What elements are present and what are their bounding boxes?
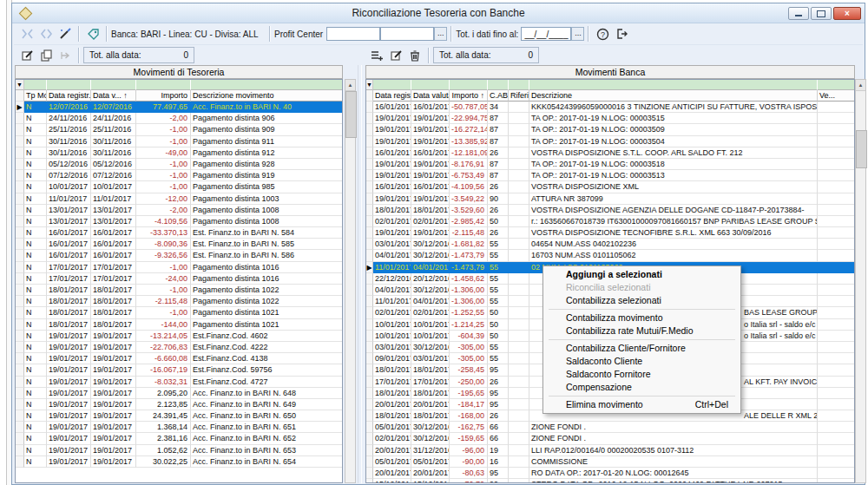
filter-cell[interactable]: [529, 80, 818, 90]
help-icon[interactable]: ?: [593, 25, 612, 43]
filter-corner-cell[interactable]: ▼: [366, 80, 373, 90]
column-header[interactable]: Tp Mov: [24, 90, 47, 102]
table-row[interactable]: N13/01/201713/01/2017-2,00Pagamento dist…: [16, 205, 342, 216]
copy-movement-icon[interactable]: [36, 47, 56, 64]
filter-cell[interactable]: [450, 80, 488, 90]
merge-left-icon[interactable]: [17, 25, 36, 43]
column-header[interactable]: C.ABI: [488, 90, 509, 102]
filter-cell[interactable]: [373, 80, 411, 90]
edit-row-icon[interactable]: [386, 47, 405, 64]
table-row[interactable]: N17/01/201717/01/2017-1,00Pagamento dist…: [16, 262, 342, 273]
table-row[interactable]: N19/01/201719/01/20171.052,62Acc. Finanz…: [16, 445, 342, 456]
menu-item[interactable]: Saldaconto Cliente: [543, 355, 740, 368]
table-row[interactable]: 15/12/201615/12/2016-70,7099STERO DATA O…: [366, 479, 854, 483]
detach-arrow-icon[interactable]: [56, 47, 75, 64]
filter-cell[interactable]: [509, 80, 529, 90]
menu-item[interactable]: Riconcilia selezionati: [543, 281, 740, 294]
table-row[interactable]: 18/01/201718/01/2017-3.529,6026VOSTRA DI…: [366, 205, 854, 216]
table-row[interactable]: 04/01/201730/12/2016-1.473,795516703 NUM…: [366, 250, 854, 261]
tag-icon[interactable]: [83, 25, 102, 43]
table-row[interactable]: N16/01/201716/01/2017-8.090,36Est. Finan…: [16, 239, 342, 250]
reconcile-pen-icon[interactable]: [56, 25, 75, 43]
column-header[interactable]: Importo ↑: [450, 90, 488, 102]
table-row[interactable]: N19/01/201719/01/2017-6.660,08Est.Finanz…: [16, 353, 342, 364]
table-row[interactable]: N19/01/201719/01/2017-13.214,05Est.Finan…: [16, 331, 342, 342]
scroll-up-icon[interactable]: ▲: [345, 80, 355, 91]
table-row[interactable]: 19/01/201719/01/2017-2.115,4826VOSTRA DI…: [366, 227, 854, 239]
close-button[interactable]: ×: [833, 7, 861, 20]
treasury-scrollbar[interactable]: ▲: [345, 79, 356, 483]
column-header[interactable]: Ve...: [818, 90, 855, 102]
table-row[interactable]: 19/01/201719/01/2017-22.994,7587TA OP.: …: [366, 113, 854, 124]
scrollbar-thumb[interactable]: [345, 91, 357, 138]
table-row[interactable]: N30/11/201630/11/2016-1,00Pagamento dist…: [16, 136, 342, 147]
table-row[interactable]: 19/01/201719/01/2017-16.272,1487TA OP.: …: [366, 124, 854, 135]
column-header[interactable]: Data registr.: [373, 90, 411, 102]
table-row[interactable]: 19/01/201719/01/2017-8.176,9187TA OP.: 2…: [366, 159, 854, 170]
table-row[interactable]: N25/11/201625/11/2016-1,00Pagamento dist…: [16, 124, 342, 135]
table-row[interactable]: N18/01/201718/01/2017-1,00Pagamento dist…: [16, 285, 342, 296]
profit-center-lookup-button[interactable]: ...: [434, 27, 447, 41]
filter-cell[interactable]: [818, 80, 855, 90]
table-row[interactable]: N16/01/201716/01/2017-9.326,56Est. Finan…: [16, 250, 342, 261]
column-header[interactable]: Descrizione: [529, 90, 818, 102]
table-row[interactable]: N19/01/201719/01/20172.123,85Acc. Finanz…: [16, 399, 342, 410]
table-row[interactable]: N19/01/201719/01/2017-8.032,31Est.Finanz…: [16, 377, 342, 388]
maximize-button[interactable]: [811, 7, 832, 20]
table-row[interactable]: 16/01/201716/01/2017-50.787,0534KKK05424…: [366, 102, 854, 113]
bank-scrollbar[interactable]: ▲: [855, 79, 866, 483]
edit-movement-icon[interactable]: [17, 47, 36, 64]
filter-dropdown-icon[interactable]: ▼: [16, 80, 23, 90]
table-row[interactable]: N19/01/201719/01/2017-16.067,19Est.Finan…: [16, 364, 342, 376]
table-row[interactable]: N18/01/201718/01/2017-144,00Pagamento di…: [16, 319, 342, 331]
merge-right-icon[interactable]: [36, 25, 56, 43]
table-row[interactable]: N17/01/201717/01/2017-24,00Pagamento dis…: [16, 273, 342, 285]
column-header[interactable]: Descrizione movimento: [191, 90, 343, 102]
table-row[interactable]: 19/01/201719/01/2017-13.385,9287TA OP.: …: [366, 136, 854, 147]
table-row[interactable]: N19/01/201719/01/20172.095,20Acc. Finanz…: [16, 388, 342, 399]
delete-row-icon[interactable]: [405, 47, 424, 64]
scroll-up-icon[interactable]: ▲: [856, 80, 865, 91]
date-limit-input[interactable]: __/__/____: [521, 27, 571, 41]
profit-center-code-input[interactable]: [326, 27, 380, 41]
profit-center-desc-input[interactable]: [380, 27, 434, 41]
table-row[interactable]: 20/01/201731/12/2016-96,0019LLI RAP.012/…: [366, 445, 854, 456]
table-row[interactable]: 05/01/201730/12/2016-162,7566ZIONE FONDI…: [366, 422, 854, 433]
table-row[interactable]: 20/01/201720/01/2017-80,6395RO DATA OP.:…: [366, 468, 854, 479]
table-row[interactable]: N13/01/201713/01/2017-4.109,56Pagamento …: [16, 216, 342, 227]
menu-item[interactable]: Elimina movimentoCtrl+Del: [543, 398, 740, 411]
menu-item[interactable]: Saldaconto Fornitore: [543, 368, 740, 381]
column-header[interactable]: Data registr.: [47, 90, 91, 102]
table-row[interactable]: N30/11/201630/11/2016-49,00Pagamento dis…: [16, 147, 342, 159]
filter-cell[interactable]: [488, 80, 509, 90]
add-row-icon[interactable]: [367, 47, 386, 64]
table-row[interactable]: N10/01/201710/01/2017-1,00Pagamento dist…: [16, 181, 342, 193]
filter-dropdown-icon[interactable]: ▼: [366, 80, 372, 90]
menu-item[interactable]: Contabilizza Cliente/Fornitore: [543, 342, 740, 355]
column-header[interactable]: Data v... ↑: [91, 90, 136, 102]
menu-item[interactable]: Contabilizza movimento: [543, 311, 740, 324]
exit-icon[interactable]: [612, 25, 631, 43]
table-row[interactable]: ▶N12/07/201612/07/201677.497,65Acc. Fina…: [16, 102, 342, 113]
table-row[interactable]: N05/12/201605/12/2016-1,00Pagamento dist…: [16, 159, 342, 170]
filter-cell[interactable]: [191, 80, 343, 90]
table-row[interactable]: N16/01/201716/01/2017-33.370,13Est. Fina…: [16, 227, 342, 239]
table-row[interactable]: N18/01/201718/01/2017-2.115,48Pagamento …: [16, 296, 342, 307]
table-row[interactable]: N19/01/201719/01/20172.381,16Acc. Finanz…: [16, 433, 342, 444]
table-row[interactable]: 19/01/201719/01/2017-3.549,2290ATTURA NR…: [366, 193, 854, 205]
table-row[interactable]: 02/01/201702/01/2017-2.985,4250r.: 16356…: [366, 216, 854, 227]
table-row[interactable]: 19/01/201719/01/2017-6.753,4987TA OP.: 2…: [366, 170, 854, 181]
column-header[interactable]: Importo: [136, 90, 191, 102]
table-row[interactable]: N07/12/201607/12/2016-1,00Pagamento dist…: [16, 170, 342, 181]
table-row[interactable]: N19/01/201719/01/2017-22.706,83Est.Finan…: [16, 342, 342, 353]
column-header[interactable]: Riferi...: [509, 90, 529, 102]
table-row[interactable]: 02/01/201730/12/2016-159,6566ZIONE FONDI…: [366, 433, 854, 444]
table-row[interactable]: N19/01/201719/01/201724.391,45Acc. Finan…: [16, 410, 342, 422]
date-limit-picker-button[interactable]: ...: [571, 27, 584, 41]
table-row[interactable]: 03/01/201730/12/2016-1.681,825504654 NUM…: [366, 239, 854, 250]
minimize-button[interactable]: [788, 7, 809, 20]
table-row[interactable]: 16/01/201716/01/2017-4.109,5626VOSTRA DI…: [366, 181, 854, 193]
panel-splitter[interactable]: [358, 65, 362, 483]
table-row[interactable]: 05/01/201705/01/2017-90,0016COMMISSIONE: [366, 456, 854, 468]
table-row[interactable]: N19/01/201719/01/20171.368,14Acc. Finanz…: [16, 422, 342, 433]
